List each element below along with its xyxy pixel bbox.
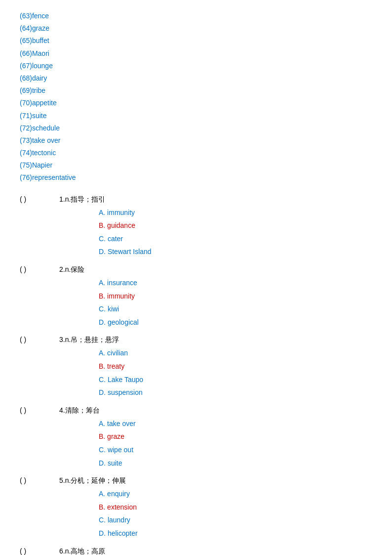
question-line: ( )6.n.高地；高原: [20, 544, 372, 555]
option-line: B. treaty: [99, 360, 372, 373]
question-paren: ( ): [20, 262, 59, 276]
question-paren: ( ): [20, 192, 59, 206]
option-line: C. kiwi: [99, 302, 372, 316]
question-block: ( )4.清除；筹台A. take overB. grazeC. wipe ou…: [20, 403, 372, 470]
vocab-item: (65)buffet: [20, 35, 372, 47]
question-number: 4.清除；筹台: [59, 403, 100, 417]
question-block: ( )5.n.分机；延伸；伸展A. enquiryB. extensionC. …: [20, 473, 372, 540]
question-number: 2.n.保险: [59, 262, 84, 276]
option-line: A. enquiry: [99, 487, 372, 501]
vocab-item: (74)tectonic: [20, 147, 372, 159]
question-number: 6.n.高地；高原: [59, 544, 105, 555]
vocab-list: (63)fence(64)graze(65)buffet(66)Maori(67…: [20, 10, 372, 184]
vocab-item: (76)representative: [20, 171, 372, 184]
question-paren: ( ): [20, 403, 59, 417]
question-number: 5.n.分机；延伸；伸展: [59, 473, 126, 487]
option-line: B. extension: [99, 501, 372, 514]
vocab-item: (72)schedule: [20, 122, 372, 134]
question-number: 3.n.吊；悬挂；悬浮: [59, 333, 119, 346]
question-block: ( )6.n.高地；高原A. plateauB. cater for sb\st…: [20, 544, 372, 555]
option-line: A. take over: [99, 417, 372, 430]
vocab-item: (64)graze: [20, 22, 372, 35]
option-line: A. civilian: [99, 346, 372, 360]
question-block: ( )3.n.吊；悬挂；悬浮A. civilianB. treatyC. Lak…: [20, 333, 372, 399]
option-line: C. cater: [99, 232, 372, 246]
question-line: ( )3.n.吊；悬挂；悬浮: [20, 333, 372, 346]
option-line: C. wipe out: [99, 443, 372, 457]
option-line: D. helicopter: [99, 527, 372, 540]
option-line: B. immunity: [99, 290, 372, 303]
option-line: C. Lake Taupo: [99, 373, 372, 386]
vocab-item: (73)take over: [20, 134, 372, 147]
question-number: 1.n.指导；指引: [59, 192, 105, 206]
option-line: B. graze: [99, 430, 372, 443]
questions-section: ( )1.n.指导；指引A. immunityB. guidanceC. cat…: [20, 192, 372, 555]
option-line: D. suspension: [99, 386, 372, 399]
option-line: D. Stewart Island: [99, 245, 372, 258]
vocab-item: (67)lounge: [20, 60, 372, 72]
question-line: ( )4.清除；筹台: [20, 403, 372, 417]
question-paren: ( ): [20, 333, 59, 346]
question-line: ( )2.n.保险: [20, 262, 372, 276]
question-paren: ( ): [20, 544, 59, 555]
option-line: D. geological: [99, 316, 372, 329]
vocab-item: (75)Napier: [20, 159, 372, 171]
vocab-item: (70)appetite: [20, 97, 372, 109]
question-line: ( )5.n.分机；延伸；伸展: [20, 473, 372, 487]
question-block: ( )1.n.指导；指引A. immunityB. guidanceC. cat…: [20, 192, 372, 258]
question-block: ( )2.n.保险A. insuranceB. immunityC. kiwiD…: [20, 262, 372, 329]
vocab-item: (66)Maori: [20, 47, 372, 60]
vocab-item: (63)fence: [20, 10, 372, 22]
vocab-item: (69)tribe: [20, 85, 372, 97]
option-line: D. suite: [99, 457, 372, 470]
question-paren: ( ): [20, 473, 59, 487]
question-line: ( )1.n.指导；指引: [20, 192, 372, 206]
option-line: B. guidance: [99, 219, 372, 232]
vocab-item: (68)dairy: [20, 72, 372, 85]
option-line: C. laundry: [99, 513, 372, 527]
vocab-item: (71)suite: [20, 110, 372, 122]
option-line: A. immunity: [99, 206, 372, 219]
option-line: A. insurance: [99, 276, 372, 290]
